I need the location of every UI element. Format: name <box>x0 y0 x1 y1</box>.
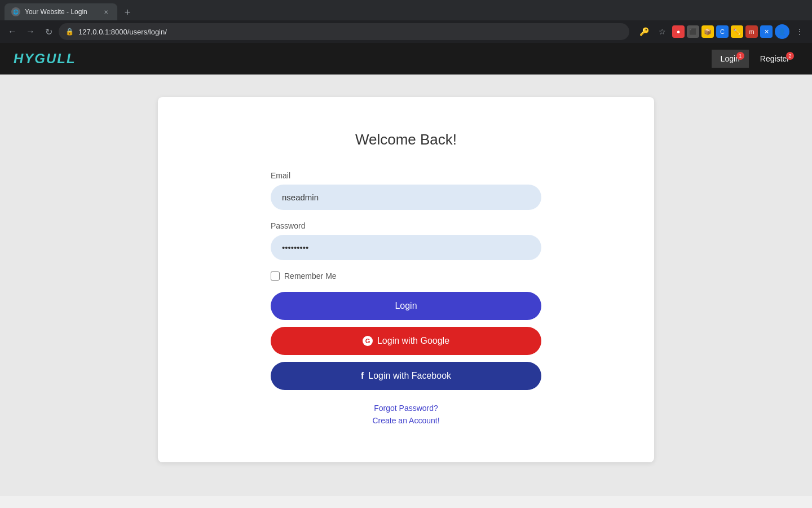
nav-login-link[interactable]: Login 1 <box>712 50 749 68</box>
menu-button[interactable]: ⋮ <box>792 24 807 40</box>
ext-button-3[interactable]: 📦 <box>701 25 714 38</box>
register-badge: 2 <box>786 52 794 60</box>
facebook-icon: f <box>361 371 364 381</box>
tab-close-button[interactable]: ✕ <box>102 7 111 16</box>
bookmark-button[interactable]: ☆ <box>654 24 670 40</box>
browser-tab[interactable]: 🌐 Your Website - Login ✕ <box>5 3 117 20</box>
password-group: Password <box>271 221 541 260</box>
forgot-password-link[interactable]: Forgot Password? <box>180 404 632 413</box>
google-btn-label: Login with Google <box>377 336 449 346</box>
forward-button[interactable]: → <box>23 24 38 40</box>
footer-links: Forgot Password? Create an Account! <box>180 404 632 425</box>
site-header: HYGULL Login 1 Register 2 <box>0 43 812 75</box>
key-icon-button[interactable]: 🔑 <box>636 24 652 40</box>
tab-title: Your Website - Login <box>25 8 87 16</box>
create-account-link[interactable]: Create an Account! <box>180 416 632 425</box>
ext-button-4[interactable]: C <box>716 25 729 38</box>
email-input[interactable] <box>271 185 541 210</box>
button-group: Login G Login with Google f Login with F… <box>271 292 541 390</box>
remember-me-checkbox[interactable] <box>271 271 280 281</box>
ext-button-2[interactable]: ⬛ <box>687 25 699 38</box>
password-label: Password <box>271 221 541 230</box>
back-button[interactable]: ← <box>5 24 20 40</box>
ext-button-1[interactable]: ● <box>672 25 685 38</box>
email-label: Email <box>271 171 541 180</box>
site-nav: Login 1 Register 2 <box>712 50 798 68</box>
remember-me-label: Remember Me <box>284 271 337 281</box>
reload-button[interactable]: ↻ <box>41 24 56 40</box>
site-logo: HYGULL <box>14 51 76 67</box>
password-input[interactable] <box>271 235 541 260</box>
facebook-login-button[interactable]: f Login with Facebook <box>271 362 541 390</box>
browser-toolbar-right: 🔑 ☆ ● ⬛ 📦 C ✏️ m ✕ 👤 ⋮ <box>636 24 807 40</box>
facebook-btn-label: Login with Facebook <box>368 371 451 381</box>
address-bar-row: ← → ↻ 🔒 127.0.0.1:8000/users/login/ 🔑 ☆ … <box>0 20 812 43</box>
login-badge: 1 <box>736 52 744 60</box>
main-content: Welcome Back! Email Password Remember Me… <box>0 75 812 496</box>
login-button[interactable]: Login <box>271 292 541 320</box>
google-icon: G <box>363 336 373 346</box>
address-text: 127.0.0.1:8000/users/login/ <box>78 28 623 36</box>
new-tab-button[interactable]: + <box>120 5 135 20</box>
ext-button-6[interactable]: m <box>745 25 758 38</box>
card-title: Welcome Back! <box>180 131 632 148</box>
google-login-button[interactable]: G Login with Google <box>271 327 541 355</box>
email-group: Email <box>271 171 541 210</box>
login-card: Welcome Back! Email Password Remember Me… <box>158 97 654 462</box>
nav-register-link[interactable]: Register 2 <box>751 50 798 68</box>
tab-bar: 🌐 Your Website - Login ✕ + <box>0 0 812 20</box>
address-bar[interactable]: 🔒 127.0.0.1:8000/users/login/ <box>59 23 629 40</box>
ext-button-7[interactable]: ✕ <box>760 25 773 38</box>
profile-button[interactable]: 👤 <box>775 24 789 39</box>
ext-button-5[interactable]: ✏️ <box>731 25 743 38</box>
lock-icon: 🔒 <box>65 28 74 36</box>
remember-me-group: Remember Me <box>271 271 541 281</box>
tab-favicon: 🌐 <box>11 7 20 16</box>
